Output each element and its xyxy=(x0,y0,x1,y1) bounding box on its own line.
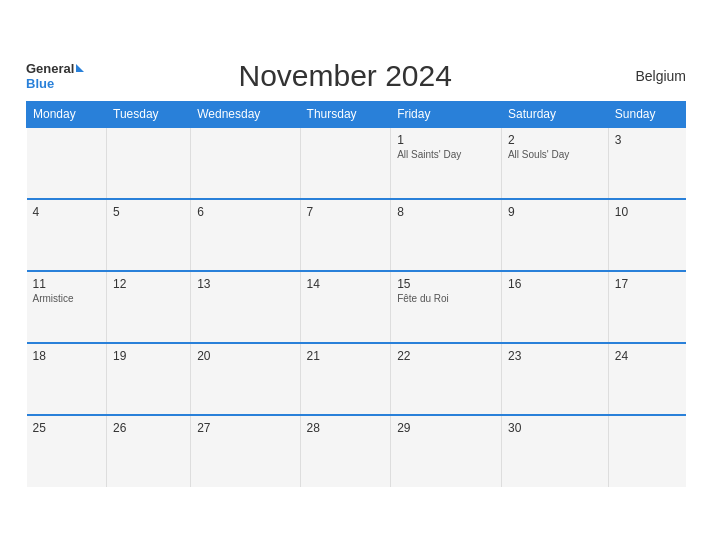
calendar-cell xyxy=(608,415,685,487)
calendar-cell: 18 xyxy=(27,343,107,415)
calendar-cell: 21 xyxy=(300,343,391,415)
day-number: 7 xyxy=(307,205,385,219)
calendar-cell: 16 xyxy=(501,271,608,343)
weekday-header-row: MondayTuesdayWednesdayThursdayFridaySatu… xyxy=(27,101,686,127)
day-number: 2 xyxy=(508,133,602,147)
calendar-cell: 8 xyxy=(391,199,502,271)
calendar-cell: 10 xyxy=(608,199,685,271)
week-row-5: 252627282930 xyxy=(27,415,686,487)
day-number: 13 xyxy=(197,277,293,291)
day-number: 29 xyxy=(397,421,495,435)
calendar-cell: 5 xyxy=(107,199,191,271)
holiday-text: Armistice xyxy=(33,293,101,304)
day-number: 9 xyxy=(508,205,602,219)
calendar-cell: 6 xyxy=(191,199,300,271)
calendar-cell: 23 xyxy=(501,343,608,415)
calendar-cell: 14 xyxy=(300,271,391,343)
country-label: Belgium xyxy=(606,68,686,84)
calendar-cell: 12 xyxy=(107,271,191,343)
calendar-cell: 9 xyxy=(501,199,608,271)
day-number: 24 xyxy=(615,349,680,363)
calendar-cell: 22 xyxy=(391,343,502,415)
logo-general-text: General xyxy=(26,61,74,76)
calendar-cell: 4 xyxy=(27,199,107,271)
calendar-cell: 7 xyxy=(300,199,391,271)
holiday-text: All Saints' Day xyxy=(397,149,495,160)
day-number: 20 xyxy=(197,349,293,363)
calendar-cell xyxy=(191,127,300,199)
calendar-container: General Blue November 2024 Belgium Monda… xyxy=(11,49,701,502)
logo-blue-text: Blue xyxy=(26,76,54,91)
day-number: 19 xyxy=(113,349,184,363)
day-number: 1 xyxy=(397,133,495,147)
weekday-header-tuesday: Tuesday xyxy=(107,101,191,127)
day-number: 17 xyxy=(615,277,680,291)
day-number: 15 xyxy=(397,277,495,291)
calendar-cell: 1All Saints' Day xyxy=(391,127,502,199)
calendar-cell: 13 xyxy=(191,271,300,343)
weekday-header-friday: Friday xyxy=(391,101,502,127)
day-number: 4 xyxy=(33,205,101,219)
day-number: 23 xyxy=(508,349,602,363)
calendar-cell: 30 xyxy=(501,415,608,487)
day-number: 6 xyxy=(197,205,293,219)
calendar-cell: 29 xyxy=(391,415,502,487)
day-number: 25 xyxy=(33,421,101,435)
calendar-table: MondayTuesdayWednesdayThursdayFridaySatu… xyxy=(26,101,686,487)
day-number: 16 xyxy=(508,277,602,291)
calendar-cell: 19 xyxy=(107,343,191,415)
day-number: 21 xyxy=(307,349,385,363)
calendar-cell: 11Armistice xyxy=(27,271,107,343)
day-number: 11 xyxy=(33,277,101,291)
calendar-cell: 3 xyxy=(608,127,685,199)
week-row-2: 45678910 xyxy=(27,199,686,271)
weekday-header-wednesday: Wednesday xyxy=(191,101,300,127)
calendar-cell: 26 xyxy=(107,415,191,487)
calendar-cell: 20 xyxy=(191,343,300,415)
day-number: 22 xyxy=(397,349,495,363)
calendar-cell: 25 xyxy=(27,415,107,487)
day-number: 30 xyxy=(508,421,602,435)
calendar-cell xyxy=(300,127,391,199)
logo-triangle-icon xyxy=(76,64,84,72)
logo: General Blue xyxy=(26,61,84,91)
calendar-cell: 15Fête du Roi xyxy=(391,271,502,343)
weekday-header-monday: Monday xyxy=(27,101,107,127)
day-number: 27 xyxy=(197,421,293,435)
day-number: 14 xyxy=(307,277,385,291)
day-number: 10 xyxy=(615,205,680,219)
calendar-cell xyxy=(27,127,107,199)
day-number: 28 xyxy=(307,421,385,435)
day-number: 3 xyxy=(615,133,680,147)
week-row-4: 18192021222324 xyxy=(27,343,686,415)
weekday-header-sunday: Sunday xyxy=(608,101,685,127)
calendar-cell: 17 xyxy=(608,271,685,343)
week-row-1: 1All Saints' Day2All Souls' Day3 xyxy=(27,127,686,199)
day-number: 8 xyxy=(397,205,495,219)
calendar-title: November 2024 xyxy=(84,59,606,93)
calendar-cell: 27 xyxy=(191,415,300,487)
day-number: 26 xyxy=(113,421,184,435)
calendar-cell: 24 xyxy=(608,343,685,415)
calendar-cell xyxy=(107,127,191,199)
weekday-header-thursday: Thursday xyxy=(300,101,391,127)
holiday-text: Fête du Roi xyxy=(397,293,495,304)
day-number: 18 xyxy=(33,349,101,363)
week-row-3: 11Armistice12131415Fête du Roi1617 xyxy=(27,271,686,343)
weekday-header-saturday: Saturday xyxy=(501,101,608,127)
calendar-header: General Blue November 2024 Belgium xyxy=(26,59,686,93)
day-number: 12 xyxy=(113,277,184,291)
day-number: 5 xyxy=(113,205,184,219)
calendar-cell: 2All Souls' Day xyxy=(501,127,608,199)
holiday-text: All Souls' Day xyxy=(508,149,602,160)
calendar-cell: 28 xyxy=(300,415,391,487)
